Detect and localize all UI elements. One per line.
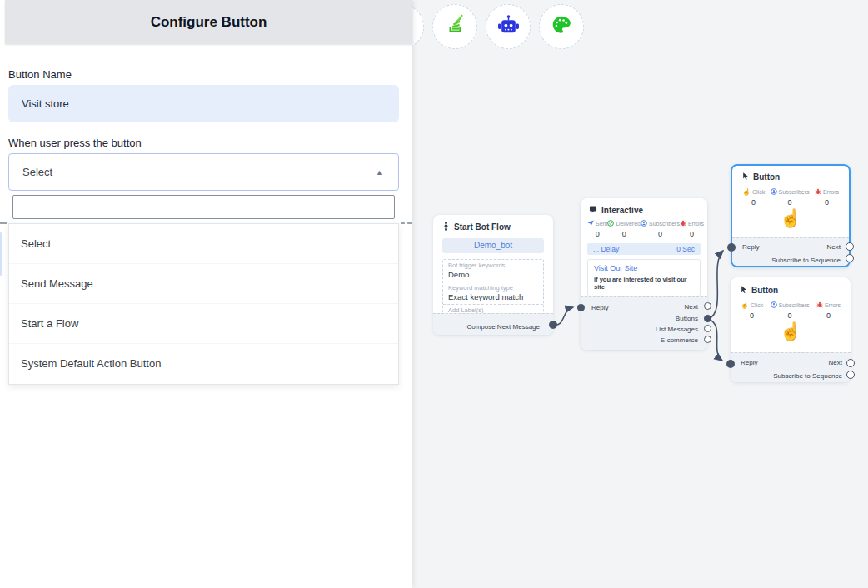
field-label: Keyword matching type xyxy=(448,284,538,292)
comment-icon xyxy=(589,206,597,215)
configure-button-panel: Configure Button Button Name When user p… xyxy=(0,0,412,588)
port-reply-in[interactable] xyxy=(727,243,736,252)
port-label-next: Next xyxy=(827,243,841,251)
node-button-top[interactable]: Button ☝Click 0 Subscribers 0 xyxy=(731,164,851,267)
stat-errors: Errors 0 xyxy=(815,188,839,207)
button-name-input[interactable] xyxy=(8,85,399,122)
stat-subscribers: Subscribers 0 xyxy=(641,220,680,238)
port-subscribe-sequence[interactable] xyxy=(846,254,854,262)
port-label-next: Next xyxy=(685,303,698,311)
option-select[interactable]: Select xyxy=(9,224,398,264)
check-circle-icon xyxy=(607,220,614,227)
decor-strip xyxy=(0,232,2,276)
hand-pointer-icon: ☝ xyxy=(732,209,849,227)
stat-errors: Errors 0 xyxy=(680,220,704,238)
port-list-messages[interactable] xyxy=(704,325,711,332)
user-circle-icon xyxy=(771,188,777,196)
bug-icon xyxy=(680,220,686,227)
hand-pointer-icon: ☝ xyxy=(731,322,851,340)
cursor-icon xyxy=(741,285,747,296)
action-search-input[interactable] xyxy=(12,195,395,219)
port-label-list-messages: List Messages xyxy=(656,326,698,333)
app-window: Start Bot Flow Demo_bot Bot trigger keyw… xyxy=(0,0,868,588)
node-title: Start Bot Flow xyxy=(454,222,511,232)
dashed-fragment-right xyxy=(401,222,412,224)
bug-icon xyxy=(815,188,821,196)
action-select-value: Select xyxy=(22,166,52,178)
toolbar-button-theme[interactable] xyxy=(539,4,584,49)
interactive-message-preview[interactable]: Visit Our Site if you are interested to … xyxy=(587,259,701,296)
action-options-list: Select Send Message Start a Flow System … xyxy=(8,223,399,385)
panel-title: Configure Button xyxy=(5,0,412,44)
port-ecommerce[interactable] xyxy=(704,336,711,343)
robot-icon xyxy=(497,15,520,39)
port-compose-next-message[interactable] xyxy=(549,321,557,329)
port-label-next: Next xyxy=(829,359,842,366)
field-row: Keyword matching type Exact keyword matc… xyxy=(443,282,543,305)
stat-delivered: Delivered 0 xyxy=(607,220,641,238)
cursor-icon xyxy=(742,172,749,182)
field-row: Bot trigger keywords Demo xyxy=(443,260,543,282)
user-circle-icon xyxy=(771,301,777,309)
compose-next-message-action[interactable]: Compose Next Message xyxy=(466,323,540,331)
message-title: Visit Our Site xyxy=(594,264,694,272)
stat-subscribers: Subscribers 0 xyxy=(771,188,810,207)
action-select[interactable]: Select ▲ xyxy=(8,153,399,191)
option-start-a-flow[interactable]: Start a Flow xyxy=(9,304,398,344)
person-icon xyxy=(442,222,450,232)
click-icon: ☝ xyxy=(742,188,751,196)
node-title: Button xyxy=(753,172,780,182)
port-buttons[interactable] xyxy=(704,315,711,322)
bug-icon xyxy=(816,301,823,309)
node-title: Interactive xyxy=(601,206,643,215)
port-reply-in[interactable] xyxy=(726,360,735,368)
button-name-label: Button Name xyxy=(8,68,72,81)
port-label-ecommerce: E-commerce xyxy=(661,336,698,344)
delay-label: ... Delay xyxy=(593,245,619,253)
reply-label: Reply xyxy=(742,243,759,251)
node-interactive[interactable]: Interactive Sent 0 xyxy=(581,198,707,350)
port-next[interactable] xyxy=(846,242,854,251)
action-label: When user press the button xyxy=(8,137,142,149)
port-reply-in[interactable] xyxy=(577,304,585,311)
user-circle-icon xyxy=(641,220,647,227)
reply-label: Reply xyxy=(591,304,608,311)
delay-value: 0 Sec xyxy=(676,245,695,253)
dashed-fragment-left xyxy=(0,222,7,224)
option-send-message[interactable]: Send Message xyxy=(9,264,398,304)
field-value: Demo xyxy=(448,270,538,279)
toolbar-button-bot[interactable] xyxy=(486,4,531,49)
stat-click: ☝Click 0 xyxy=(742,188,765,207)
node-button-bottom[interactable]: Button ☝Click 0 Subscribers 0 xyxy=(731,277,851,382)
node-title: Button xyxy=(751,286,778,295)
chevron-up-icon: ▲ xyxy=(376,168,383,177)
port-label-subscribe: Subscribe to Sequence xyxy=(771,257,841,264)
delay-setting[interactable]: ... Delay 0 Sec xyxy=(587,243,701,255)
paper-plane-icon xyxy=(587,220,594,227)
bot-name-chip[interactable]: Demo_bot xyxy=(442,238,544,253)
port-next[interactable] xyxy=(846,359,855,367)
palette-icon xyxy=(551,14,572,39)
stat-click: ☝Click 0 xyxy=(741,301,763,320)
click-icon: ☝ xyxy=(741,301,749,309)
field-value: Exact keyword match xyxy=(448,292,538,301)
stat-errors: Errors 0 xyxy=(816,301,841,320)
field-label: Bot trigger keywords xyxy=(448,262,538,269)
stack-icon xyxy=(444,14,466,39)
stat-subscribers: Subscribers 0 xyxy=(771,301,810,320)
stat-sent: Sent 0 xyxy=(587,220,607,238)
node-start-bot-flow[interactable]: Start Bot Flow Demo_bot Bot trigger keyw… xyxy=(433,215,553,335)
reply-label: Reply xyxy=(741,359,757,366)
message-body: if you are interested to visit our site xyxy=(594,276,694,291)
option-system-default-action-button[interactable]: System Default Action Button xyxy=(9,344,398,384)
port-next[interactable] xyxy=(704,302,711,310)
port-subscribe-sequence[interactable] xyxy=(846,371,855,379)
port-label-buttons: Buttons xyxy=(676,315,698,322)
toolbar-button-stack[interactable] xyxy=(432,4,477,49)
port-label-subscribe: Subscribe to Sequence xyxy=(773,372,842,380)
